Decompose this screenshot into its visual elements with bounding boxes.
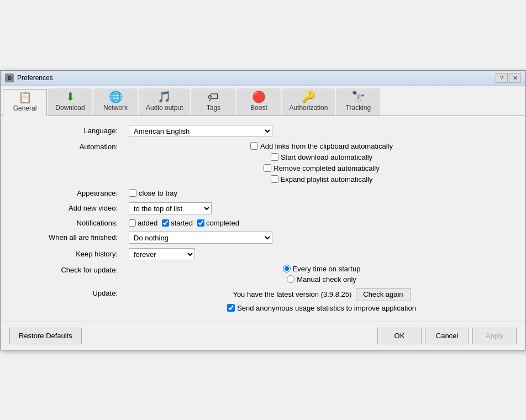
radio-manual-row: Manual check only: [287, 275, 356, 284]
add-video-select[interactable]: to the top of list to the bottom of list: [129, 202, 212, 214]
tab-network-label: Network: [103, 104, 128, 112]
cb-expand[interactable]: [271, 175, 278, 183]
notif-added-item: added: [129, 219, 157, 227]
tracking-icon: 🔭: [351, 91, 365, 102]
title-bar-left: ⚙ Preferences: [5, 74, 53, 82]
network-icon: 🌐: [109, 91, 123, 102]
cb-expand-label: Expand playlist automatically: [281, 175, 373, 183]
cb-remove-label: Remove completed automatically: [273, 164, 379, 172]
tab-download[interactable]: ⬇ Download: [48, 88, 92, 116]
ok-button[interactable]: OK: [377, 328, 422, 344]
tab-network[interactable]: 🌐 Network: [93, 88, 138, 116]
radio-startup-label: Every time on startup: [293, 265, 361, 273]
bottom-bar: Restore Defaults OK Cancel Apply: [1, 322, 525, 350]
tabs-bar: 📋 General ⬇ Download 🌐 Network 🎵 Audio o…: [1, 86, 525, 116]
tab-boost[interactable]: 🔴 Boost: [236, 88, 281, 116]
notif-completed-item: completed: [197, 219, 239, 227]
cb-start[interactable]: [271, 153, 278, 161]
check-again-button[interactable]: Check again: [356, 288, 410, 301]
apply-button[interactable]: Apply: [472, 328, 517, 344]
tab-boost-label: Boost: [250, 104, 267, 112]
update-value: You have the latest version (3.9.8.25) C…: [129, 288, 514, 313]
tab-authorization[interactable]: 🔑 Authorization: [282, 88, 335, 116]
notif-started-item: started: [162, 219, 193, 227]
cb-remove-row: Remove completed automatically: [264, 164, 379, 172]
cb-tray-row: close to tray: [129, 189, 177, 197]
preferences-window: ⚙ Preferences ? ✕ 📋 General ⬇ Download 🌐…: [0, 70, 526, 350]
cb-remove[interactable]: [264, 164, 271, 172]
download-icon: ⬇: [66, 91, 75, 102]
check-update-label: Check for update:: [12, 265, 122, 274]
tags-icon: 🏷: [208, 91, 219, 102]
tab-download-label: Download: [55, 104, 85, 112]
appearance-value: close to tray: [129, 188, 514, 198]
cb-stats[interactable]: [227, 304, 235, 312]
cb-clipboard[interactable]: [250, 142, 258, 150]
add-video-value: to the top of list to the bottom of list: [129, 202, 514, 214]
cb-start-label: Start download automatically: [281, 153, 372, 161]
boost-icon: 🔴: [252, 91, 266, 102]
audio-icon: 🎵: [157, 91, 171, 102]
tab-general[interactable]: 📋 General: [3, 89, 47, 116]
notif-completed[interactable]: [197, 219, 204, 227]
notif-added[interactable]: [129, 219, 136, 227]
notif-completed-label: completed: [206, 219, 239, 227]
radio-manual[interactable]: [287, 275, 294, 283]
tab-general-label: General: [13, 104, 37, 112]
tab-tracking-label: Tracking: [346, 104, 371, 112]
automation-label: Automation:: [12, 141, 122, 151]
keep-history-value: forever 1 day 1 week 1 month 3 months: [129, 248, 514, 260]
update-text: You have the latest version (3.9.8.25): [233, 290, 351, 298]
radio-startup-row: Every time on startup: [283, 265, 361, 273]
appearance-label: Appearance:: [12, 189, 122, 197]
cb-tray-label: close to tray: [139, 189, 177, 197]
tab-authorization-label: Authorization: [289, 104, 328, 112]
general-icon: 📋: [18, 92, 32, 103]
title-bar-buttons: ? ✕: [496, 73, 521, 83]
tab-tags-label: Tags: [207, 104, 220, 112]
cb-stats-row: Send anonymous usage statistics to impro…: [227, 304, 416, 312]
when-finished-label: When all are finished:: [12, 233, 122, 242]
when-finished-select[interactable]: Do nothing Shutdown Sleep Hibernate: [129, 232, 272, 244]
cb-clipboard-label: Add links from the clipboard automatical…: [260, 142, 393, 150]
tab-tracking[interactable]: 🔭 Tracking: [336, 88, 380, 116]
automation-checkboxes: Add links from the clipboard automatical…: [129, 141, 514, 184]
notif-started[interactable]: [162, 219, 169, 227]
tab-audio-output[interactable]: 🎵 Audio output: [139, 88, 190, 116]
cancel-button[interactable]: Cancel: [425, 328, 469, 344]
add-video-label: Add new video:: [12, 204, 122, 212]
language-value: American English English (UK) Deutsch Fr…: [129, 125, 514, 137]
settings-form: Language: American English English (UK) …: [12, 125, 514, 313]
notifications-value: added started completed: [129, 219, 514, 227]
content-area: Language: American English English (UK) …: [1, 116, 525, 322]
notif-started-label: started: [171, 219, 193, 227]
when-finished-value: Do nothing Shutdown Sleep Hibernate: [129, 232, 514, 244]
window-title: Preferences: [17, 74, 53, 82]
restore-defaults-button[interactable]: Restore Defaults: [9, 328, 82, 344]
update-label: Update:: [12, 288, 122, 297]
title-bar: ⚙ Preferences ? ✕: [1, 71, 525, 86]
cb-clipboard-row: Add links from the clipboard automatical…: [250, 142, 393, 150]
cb-stats-label: Send anonymous usage statistics to impro…: [237, 304, 416, 312]
cb-start-row: Start download automatically: [271, 153, 372, 161]
cb-tray[interactable]: [129, 189, 136, 197]
language-select[interactable]: American English English (UK) Deutsch Fr…: [129, 125, 272, 137]
auth-icon: 🔑: [302, 91, 315, 102]
close-button[interactable]: ✕: [509, 73, 521, 83]
bottom-right-buttons: OK Cancel Apply: [377, 328, 517, 344]
check-update-value: Every time on startup Manual check only: [129, 265, 514, 284]
help-button[interactable]: ?: [496, 73, 508, 83]
tab-tags[interactable]: 🏷 Tags: [191, 88, 235, 116]
radio-manual-label: Manual check only: [297, 275, 356, 284]
keep-history-label: Keep history:: [12, 250, 122, 258]
notif-added-label: added: [138, 219, 157, 227]
tab-audio-label: Audio output: [146, 104, 183, 112]
keep-history-select[interactable]: forever 1 day 1 week 1 month 3 months: [129, 248, 195, 260]
radio-startup[interactable]: [283, 265, 291, 272]
notifications-label: Notifications:: [12, 219, 122, 227]
update-row: You have the latest version (3.9.8.25) C…: [233, 288, 410, 301]
cb-expand-row: Expand playlist automatically: [271, 175, 373, 183]
language-label: Language:: [12, 127, 122, 135]
app-icon: ⚙: [5, 74, 14, 82]
